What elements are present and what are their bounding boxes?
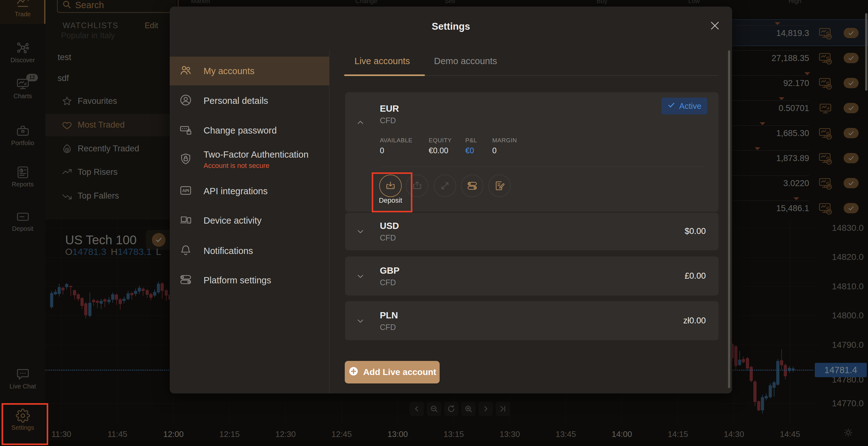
account-action-transfer — [434, 174, 456, 197]
nav-item-label: Device activity — [204, 215, 261, 226]
active-badge: Active — [661, 98, 707, 114]
active-badge-label: Active — [679, 101, 702, 111]
account-card-usd[interactable]: USDCFD$0.00 — [345, 213, 719, 250]
stat-value-equity: €0.00 — [429, 146, 448, 155]
chevron-down-icon — [356, 316, 365, 325]
account-balance: £0.00 — [606, 271, 706, 281]
bell-icon — [179, 244, 192, 257]
nav-item-label: My accounts — [204, 66, 255, 76]
document-edit-icon — [494, 180, 505, 192]
toggles-icon — [179, 273, 192, 287]
nav-item-two-factor-authentication[interactable]: Two-Factor AuthenticationAccount is not … — [170, 145, 329, 174]
transfer-icon — [439, 180, 451, 192]
close-icon[interactable] — [707, 19, 721, 33]
chevron-up-icon — [356, 118, 365, 127]
api-icon: API — [179, 184, 192, 197]
stat-label-margin: MARGIN — [492, 137, 517, 144]
account-currency: GBP — [380, 266, 400, 276]
annotation-box-deposit — [372, 172, 412, 212]
card-divider — [380, 167, 706, 167]
modal-title: Settings — [170, 21, 732, 32]
devices-icon — [179, 213, 192, 228]
nav-item-label: Two-Factor Authentication — [204, 149, 308, 160]
stat-value-available: 0 — [380, 146, 384, 155]
stat-label-available: AVAILABLE — [380, 137, 412, 144]
annotation-box-settings — [2, 403, 48, 445]
plus-icon — [348, 366, 359, 379]
password-lock-icon — [179, 123, 192, 138]
shield-lock-icon — [179, 152, 192, 167]
active-tab-underline — [344, 74, 425, 76]
nav-item-label: Platform settings — [204, 275, 271, 285]
settings-nav: My accountsPersonal detailsChange passwo… — [170, 50, 330, 393]
account-currency: EUR — [380, 104, 399, 114]
trading-app-window: MarketChangeSellBuyLowHigh TradeDiscover… — [0, 0, 868, 446]
account-action-statement[interactable] — [488, 174, 511, 197]
toggles-icon — [179, 273, 192, 286]
nav-item-label: Personal details — [204, 96, 268, 106]
svg-text:API: API — [182, 188, 189, 193]
plus-icon — [348, 366, 359, 377]
check-icon — [667, 101, 675, 111]
account-currency: USD — [380, 221, 399, 231]
bell-icon — [179, 244, 192, 258]
account-type: CFD — [380, 116, 396, 125]
chevron-up-icon[interactable] — [356, 118, 365, 129]
nav-item-label: Change password — [204, 126, 277, 136]
people-icon — [179, 64, 192, 78]
account-action-manage[interactable] — [461, 174, 484, 197]
modal-scrollbar[interactable] — [728, 50, 730, 388]
tab-demo-accounts[interactable]: Demo accounts — [434, 56, 497, 66]
nav-item-change-password[interactable]: Change password — [170, 116, 329, 145]
stat-label-equity: EQUITY — [429, 137, 452, 144]
check-icon — [667, 101, 675, 109]
add-live-account-button[interactable]: Add Live account — [345, 361, 440, 383]
chevron-down-icon — [356, 272, 365, 281]
account-balance: $0.00 — [606, 227, 706, 236]
nav-item-device-activity[interactable]: Device activity — [170, 206, 329, 235]
settings-modal: Settings My accountsPersonal detailsChan… — [170, 7, 732, 393]
chevron-down-icon[interactable] — [356, 316, 365, 327]
nav-item-notifications[interactable]: Notifications — [170, 236, 329, 265]
stat-value-p&l: €0 — [465, 146, 474, 155]
nav-item-platform-settings[interactable]: Platform settings — [170, 266, 329, 295]
account-type: CFD — [380, 233, 396, 242]
account-balance: zł0.00 — [606, 316, 706, 325]
chevron-down-icon — [356, 227, 365, 236]
stat-label-p&l: P&L — [465, 137, 477, 144]
people-icon — [179, 64, 192, 77]
account-card-pln[interactable]: PLNCFDzł0.00 — [345, 301, 719, 340]
person-circle-icon — [179, 94, 192, 107]
account-type: CFD — [380, 278, 396, 287]
account-card-gbp[interactable]: GBPCFD£0.00 — [345, 256, 719, 296]
toggles-icon — [467, 180, 478, 192]
stat-value-margin: 0 — [492, 146, 497, 155]
nav-item-api-integrations[interactable]: APIAPI integrations — [170, 177, 329, 205]
security-warning-text: Account is not secure — [204, 162, 308, 170]
chevron-down-icon[interactable] — [356, 272, 365, 282]
nav-item-label: Notifications — [204, 246, 253, 256]
nav-item-label: API integrations — [204, 186, 268, 197]
tab-live-accounts[interactable]: Live accounts — [354, 56, 410, 66]
password-lock-icon — [179, 123, 192, 136]
shield-lock-icon — [179, 152, 192, 166]
api-icon: API — [179, 184, 192, 198]
nav-item-personal-details[interactable]: Personal details — [170, 86, 329, 115]
add-live-account-label: Add Live account — [363, 367, 436, 377]
chevron-down-icon[interactable] — [356, 227, 365, 237]
close-icon — [709, 20, 721, 32]
nav-item-my-accounts[interactable]: My accounts — [170, 57, 329, 85]
account-currency: PLN — [380, 310, 398, 320]
withdraw-icon — [411, 180, 423, 192]
person-circle-icon — [179, 94, 192, 108]
devices-icon — [179, 213, 192, 227]
account-type: CFD — [380, 323, 396, 332]
